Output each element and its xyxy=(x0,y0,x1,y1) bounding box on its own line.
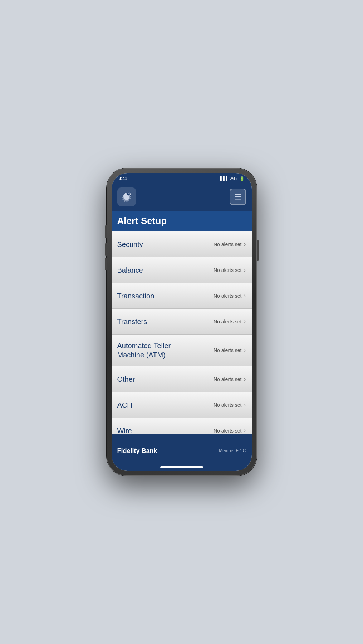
alert-status-transaction: No alerts set xyxy=(214,293,242,299)
status-time: 9:41 xyxy=(119,176,127,181)
alert-item-balance[interactable]: BalanceNo alerts set› xyxy=(112,257,252,283)
phone-frame: 9:41 ▐▐▐ WiFi 🔋 xyxy=(107,168,257,476)
chevron-icon-security: › xyxy=(244,240,246,248)
phone-screen: 9:41 ▐▐▐ WiFi 🔋 xyxy=(112,173,252,471)
status-bar: 9:41 ▐▐▐ WiFi 🔋 xyxy=(112,173,252,184)
alert-right-atm: No alerts set› xyxy=(214,347,246,354)
alert-right-security: No alerts set› xyxy=(214,240,246,248)
hamburger-icon xyxy=(234,192,242,201)
alert-status-balance: No alerts set xyxy=(214,267,242,273)
alert-right-wire: No alerts set› xyxy=(214,427,246,434)
alert-right-other: No alerts set› xyxy=(214,375,246,383)
alert-status-transfers: No alerts set xyxy=(214,319,242,325)
home-indicator-bar xyxy=(160,466,203,468)
alert-label-transaction: Transaction xyxy=(117,291,214,301)
chevron-icon-wire: › xyxy=(244,427,246,434)
alert-status-other: No alerts set xyxy=(214,376,242,382)
notification-gear-icon-box xyxy=(117,187,136,206)
chevron-icon-transfers: › xyxy=(244,318,246,325)
alert-label-ach: ACH xyxy=(117,400,214,410)
alert-list: SecurityNo alerts set›BalanceNo alerts s… xyxy=(112,231,252,434)
chevron-icon-transaction: › xyxy=(244,292,246,299)
alert-status-wire: No alerts set xyxy=(214,428,242,434)
bell-gear-icon xyxy=(120,190,133,203)
fdic-label: Member FDIC xyxy=(219,448,246,453)
alert-right-ach: No alerts set› xyxy=(214,401,246,409)
alert-item-security[interactable]: SecurityNo alerts set› xyxy=(112,231,252,257)
alert-status-ach: No alerts set xyxy=(214,402,242,408)
svg-rect-4 xyxy=(235,196,241,197)
alert-item-atm[interactable]: Automated Teller Machine (ATM)No alerts … xyxy=(112,335,252,366)
alert-right-transaction: No alerts set› xyxy=(214,292,246,299)
alert-label-transfers: Transfers xyxy=(117,317,214,326)
menu-button[interactable] xyxy=(230,189,246,205)
alert-label-other: Other xyxy=(117,375,214,384)
home-indicator-area xyxy=(112,466,252,471)
svg-rect-3 xyxy=(235,194,241,195)
alert-label-security: Security xyxy=(117,240,214,249)
alert-status-atm: No alerts set xyxy=(214,347,242,353)
alert-label-atm: Automated Teller Machine (ATM) xyxy=(117,341,214,360)
chevron-icon-other: › xyxy=(244,375,246,383)
alert-item-other[interactable]: OtherNo alerts set› xyxy=(112,366,252,392)
svg-rect-5 xyxy=(235,199,241,200)
svg-point-2 xyxy=(128,194,129,195)
alert-right-balance: No alerts set› xyxy=(214,266,246,274)
page-title-bar: Alert Setup xyxy=(112,211,252,231)
app-header xyxy=(112,184,252,211)
page-title: Alert Setup xyxy=(117,215,246,226)
battery-icon: 🔋 xyxy=(240,176,245,181)
wifi-icon: WiFi xyxy=(230,176,237,181)
alert-right-transfers: No alerts set› xyxy=(214,318,246,325)
chevron-icon-ach: › xyxy=(244,401,246,409)
chevron-icon-balance: › xyxy=(244,266,246,274)
alert-status-security: No alerts set xyxy=(214,241,242,247)
status-icons: ▐▐▐ WiFi 🔋 xyxy=(219,176,244,181)
alert-item-wire[interactable]: WireNo alerts set› xyxy=(112,418,252,434)
alert-item-ach[interactable]: ACHNo alerts set› xyxy=(112,392,252,418)
signal-icon: ▐▐▐ xyxy=(219,176,227,181)
alert-item-transaction[interactable]: TransactionNo alerts set› xyxy=(112,283,252,309)
alert-label-wire: Wire xyxy=(117,426,214,434)
app-footer: Fidelity Bank Member FDIC xyxy=(112,434,252,466)
alert-label-balance: Balance xyxy=(117,265,214,275)
bank-name: Fidelity Bank xyxy=(117,447,157,455)
chevron-icon-atm: › xyxy=(244,347,246,354)
alert-item-transfers[interactable]: TransfersNo alerts set› xyxy=(112,309,252,335)
